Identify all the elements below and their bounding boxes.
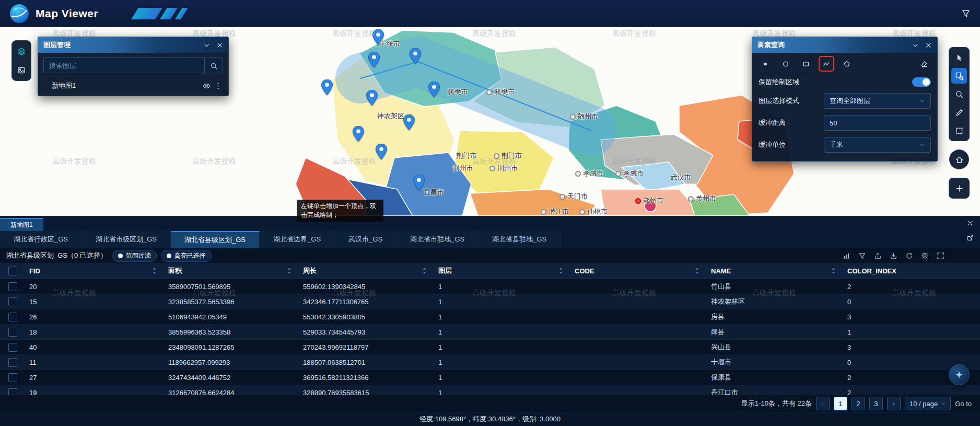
feature-query-tool[interactable] — [951, 68, 967, 84]
sort-icon[interactable] — [831, 267, 836, 274]
circle-tool[interactable] — [779, 57, 792, 71]
fullscreen-icon[interactable] — [937, 252, 944, 260]
sort-icon[interactable] — [558, 267, 563, 274]
row-checkbox[interactable] — [8, 343, 17, 352]
buffer-unit-select[interactable]: 千米 — [824, 137, 931, 153]
identify-tool[interactable] — [951, 86, 967, 102]
table-cell: 1 — [434, 374, 570, 382]
layer-tab[interactable]: 湖北省市驻地_GS — [396, 231, 479, 248]
measure-tool[interactable] — [951, 105, 967, 120]
map-pin[interactable] — [353, 126, 364, 142]
row-checkbox[interactable] — [8, 297, 17, 306]
layer-tab[interactable]: 湖北省行政区_GS — [0, 231, 82, 248]
layer-tab[interactable]: 湖北省边界_GS — [260, 231, 335, 248]
chart-icon[interactable] — [843, 252, 850, 260]
table-cell: 3855996363.523358 — [164, 328, 299, 336]
toggle-0[interactable]: 范围过滤 — [112, 250, 157, 262]
expand-table-icon[interactable] — [966, 234, 974, 241]
settings-icon[interactable] — [921, 252, 929, 260]
close-table-icon[interactable] — [966, 220, 974, 227]
map-pin[interactable] — [366, 90, 378, 106]
row-checkbox[interactable] — [8, 313, 17, 321]
column-header[interactable]: 面积 — [164, 263, 299, 279]
table-row[interactable]: 265106943942.05349553042.33059038051房县3 — [0, 309, 980, 325]
zoom-in-button[interactable] — [951, 180, 967, 196]
column-header[interactable]: CODE — [570, 263, 707, 279]
layer-tab[interactable]: 湖北省市级区划_GS — [82, 231, 171, 248]
table-cell: 529033.7345445793 — [299, 328, 434, 336]
table-row[interactable]: 111189662957.099293188507.06385127011十堰市… — [0, 355, 980, 370]
table-row[interactable]: 193126670876.6624284328890.769355836151丹… — [0, 385, 980, 395]
layer-tab[interactable]: 湖北省县级区划_GS — [171, 231, 260, 248]
keep-region-toggle[interactable] — [912, 77, 931, 87]
layer-mode-select[interactable]: 查询全部图层 — [824, 93, 931, 109]
page-button-2[interactable]: 2 — [851, 397, 865, 410]
page-button-3[interactable]: 3 — [869, 397, 883, 410]
row-checkbox[interactable] — [8, 358, 17, 367]
table-row[interactable]: 402348098091.1287265270243.996921187971兴… — [0, 340, 980, 355]
row-checkbox[interactable] — [8, 388, 17, 396]
sort-icon[interactable] — [152, 267, 157, 274]
layer-tree-item[interactable]: 新地图1 — [38, 78, 228, 96]
map-pin[interactable] — [368, 52, 380, 67]
column-header[interactable]: FID — [25, 263, 164, 279]
row-checkbox[interactable] — [8, 282, 17, 291]
rect-tool[interactable] — [799, 57, 813, 71]
column-header[interactable]: NAME — [707, 263, 843, 279]
polyline-tool[interactable] — [820, 57, 833, 71]
buffer-distance-input[interactable] — [824, 115, 931, 131]
row-checkbox[interactable] — [8, 373, 17, 382]
sort-icon[interactable] — [422, 267, 427, 274]
point-tool[interactable] — [759, 57, 772, 71]
doc-tab-active[interactable]: 新地图1 — [0, 218, 43, 231]
close-icon[interactable] — [925, 42, 932, 49]
refresh-icon[interactable] — [905, 252, 913, 260]
table-cell: 房县 — [707, 312, 843, 321]
assistant-button[interactable] — [949, 364, 970, 385]
polygon-tool[interactable] — [840, 57, 854, 71]
home-button[interactable] — [949, 149, 969, 169]
close-icon[interactable] — [216, 42, 223, 49]
select-all-checkbox[interactable] — [8, 267, 17, 275]
collapse-icon[interactable] — [912, 42, 919, 49]
table-row[interactable]: 183855996363.523358529033.73454457931郧县1 — [0, 325, 980, 340]
next-page-button[interactable] — [887, 397, 901, 410]
download-icon[interactable] — [890, 252, 897, 260]
map-pin[interactable] — [321, 79, 333, 95]
table-row[interactable]: 153238585372.5653396342346.177113067651神… — [0, 294, 980, 309]
column-header[interactable]: 周长 — [299, 263, 434, 279]
city-marker-dot — [575, 171, 581, 177]
table-row[interactable]: 273247434409.446752369516.582113213661保康… — [0, 370, 980, 385]
header-filter-icon[interactable] — [961, 9, 971, 18]
visibility-eye-icon[interactable] — [203, 82, 211, 90]
more-options-icon[interactable] — [214, 82, 222, 90]
table-row[interactable]: 203589007501.569895559602.13903428451竹山县… — [0, 279, 980, 294]
sort-icon[interactable] — [287, 267, 291, 274]
row-checkbox[interactable] — [8, 328, 17, 337]
layer-tab[interactable]: 武汉市_GS — [335, 231, 396, 248]
sort-icon[interactable] — [695, 267, 699, 274]
prev-page-button[interactable] — [816, 397, 830, 410]
filter-icon[interactable] — [858, 252, 866, 260]
column-header[interactable]: COLOR_INDEX — [843, 263, 980, 279]
collapse-icon[interactable] — [203, 42, 210, 49]
column-header[interactable]: 图层 — [434, 263, 570, 279]
city-label: 黄州市 — [688, 194, 716, 203]
page-button-1[interactable]: 1 — [834, 397, 847, 410]
map-pin[interactable] — [403, 114, 415, 130]
goto-label[interactable]: Go to — [955, 400, 972, 408]
extent-tool[interactable] — [951, 123, 967, 139]
layer-tab[interactable]: 湖北省县驻地_GS — [479, 231, 561, 248]
toggle-1[interactable]: 高亮已选择 — [161, 250, 212, 262]
map-pin[interactable] — [428, 82, 440, 97]
map-pin[interactable] — [410, 48, 421, 64]
export-icon[interactable] — [874, 252, 882, 260]
clear-draw-tool[interactable] — [917, 57, 931, 71]
basemap-gallery-button[interactable] — [14, 63, 29, 77]
page-size-select[interactable]: 10 / page — [905, 397, 951, 410]
select-tool[interactable] — [951, 50, 967, 65]
layer-manager-button[interactable] — [14, 44, 29, 59]
layer-search-input[interactable] — [43, 57, 204, 73]
search-icon[interactable] — [204, 57, 223, 74]
map-pin[interactable] — [376, 144, 387, 159]
